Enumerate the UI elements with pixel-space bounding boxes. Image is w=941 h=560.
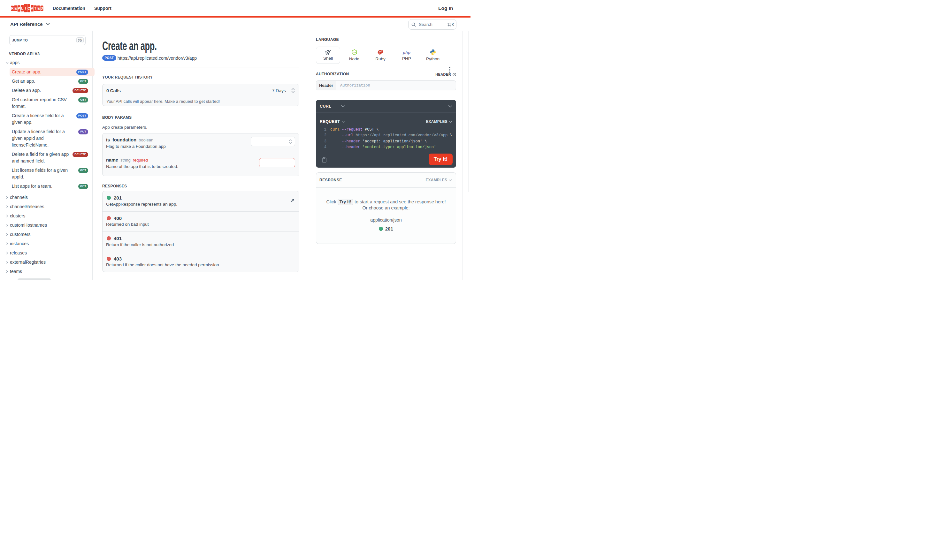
svg-text:E: E xyxy=(14,6,17,10)
svg-text:A: A xyxy=(31,6,34,10)
svg-text:R: R xyxy=(11,6,14,10)
svg-text:E: E xyxy=(37,6,40,10)
svg-text:D: D xyxy=(40,6,43,10)
svg-text:T: T xyxy=(34,6,36,10)
svg-text:I: I xyxy=(25,6,26,10)
svg-text:php: php xyxy=(402,50,410,55)
svg-text:C: C xyxy=(28,6,30,10)
svg-text:L: L xyxy=(21,6,23,10)
svg-text:P: P xyxy=(18,6,20,10)
svg-text:JS: JS xyxy=(353,51,356,54)
